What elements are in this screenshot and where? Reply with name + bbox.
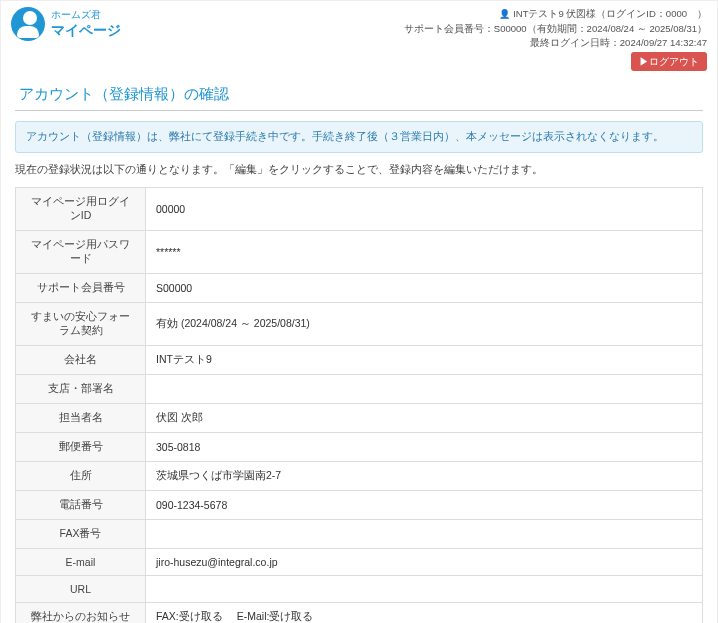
row-value — [146, 375, 703, 404]
user-icon — [499, 8, 510, 19]
info-banner: アカウント（登録情報）は、弊社にて登録手続き中です。手続き終了後（３営業日内）、… — [15, 121, 703, 153]
row-label: URL — [16, 576, 146, 603]
brand-sub: マイページ — [51, 22, 121, 40]
row-label: マイページ用ログインID — [16, 188, 146, 231]
row-label: 支店・部署名 — [16, 375, 146, 404]
row-label: 担当者名 — [16, 404, 146, 433]
row-label: FAX番号 — [16, 520, 146, 549]
logout-button[interactable]: ▶ログアウト — [631, 52, 707, 71]
row-value: S00000 — [146, 274, 703, 303]
section-title: アカウント（登録情報）の確認 — [15, 75, 703, 111]
row-label: 電話番号 — [16, 491, 146, 520]
row-label: 会社名 — [16, 346, 146, 375]
row-value — [146, 520, 703, 549]
row-label: 住所 — [16, 462, 146, 491]
logo-icon — [11, 7, 45, 41]
support-line: サポート会員番号：S00000（有効期間：2024/08/24 ～ 2025/0… — [404, 22, 707, 36]
row-label: E-mail — [16, 549, 146, 576]
logo-block: ホームズ君 マイページ — [11, 7, 121, 41]
header-right: INTテスト9 伏図様（ログインID：0000 ） サポート会員番号：S0000… — [404, 7, 707, 71]
row-value: 茨城県つくば市学園南2-7 — [146, 462, 703, 491]
login-line: 最終ログイン日時：2024/09/27 14:32:47 — [404, 36, 707, 50]
row-value: 090-1234-5678 — [146, 491, 703, 520]
row-value: FAX:受け取る E-Mail:受け取る — [146, 603, 703, 624]
notice-fax: FAX:受け取る — [156, 610, 223, 623]
row-label: 郵便番号 — [16, 433, 146, 462]
row-label: サポート会員番号 — [16, 274, 146, 303]
intro-note: 現在の登録状況は以下の通りとなります。「編集」をクリックすることで、登録内容を編… — [15, 163, 703, 177]
row-value: 有効 (2024/08/24 ～ 2025/08/31) — [146, 303, 703, 346]
row-value: ****** — [146, 231, 703, 274]
account-table: マイページ用ログインID00000 マイページ用パスワード****** サポート… — [15, 187, 703, 623]
row-label: マイページ用パスワード — [16, 231, 146, 274]
row-label: すまいの安心フォーラム契約 — [16, 303, 146, 346]
header: ホームズ君 マイページ INTテスト9 伏図様（ログインID：0000 ） サポ… — [1, 1, 717, 75]
user-line: INTテスト9 伏図様（ログインID：0000 ） — [513, 8, 707, 19]
row-value: 伏図 次郎 — [146, 404, 703, 433]
row-value: 305-0818 — [146, 433, 703, 462]
notice-mail: E-Mail:受け取る — [237, 610, 314, 623]
brand-name: ホームズ君 — [51, 8, 121, 22]
row-value: jiro-husezu@integral.co.jp — [146, 549, 703, 576]
row-value — [146, 576, 703, 603]
row-label: 弊社からのお知らせ — [16, 603, 146, 624]
row-value: 00000 — [146, 188, 703, 231]
row-value: INTテスト9 — [146, 346, 703, 375]
